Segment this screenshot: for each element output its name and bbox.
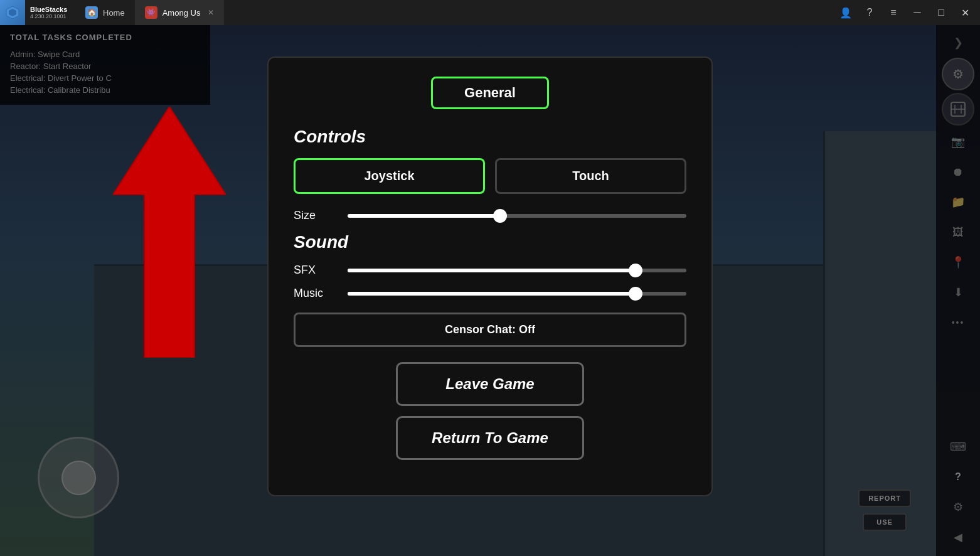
music-slider-thumb[interactable] xyxy=(629,287,642,301)
tab-general[interactable]: General xyxy=(431,77,549,109)
sfx-slider-row: SFX xyxy=(294,264,686,277)
app-name: BlueStacks xyxy=(30,6,70,13)
title-bar: BlueStacks 4.230.20.1001 🏠 Home 👾 Among … xyxy=(0,0,980,25)
home-tab-label: Home xyxy=(103,8,125,18)
size-slider-track[interactable] xyxy=(348,214,686,218)
music-label: Music xyxy=(294,287,338,300)
app-version: 4.230.20.1001 xyxy=(30,13,70,19)
leave-game-button[interactable]: Leave Game xyxy=(396,362,584,406)
sfx-slider-thumb[interactable] xyxy=(629,264,642,277)
tab-close-icon[interactable]: ✕ xyxy=(208,8,214,17)
sfx-label: SFX xyxy=(294,264,338,277)
music-slider-track[interactable] xyxy=(348,292,686,296)
modal-tab-row: General xyxy=(294,77,686,109)
music-slider-fill xyxy=(348,292,636,296)
sound-section-title: Sound xyxy=(294,232,686,252)
close-button[interactable]: ✕ xyxy=(955,3,975,23)
size-slider-row: Size xyxy=(294,209,686,222)
size-label: Size xyxy=(294,209,338,222)
among-us-tab-label: Among Us xyxy=(162,8,201,18)
music-slider-row: Music xyxy=(294,287,686,300)
home-tab-icon: 🏠 xyxy=(85,6,98,19)
size-slider-fill xyxy=(348,214,500,218)
controls-row: Joystick Touch xyxy=(294,158,686,194)
profile-button[interactable]: 👤 xyxy=(836,3,856,23)
help-button[interactable]: ? xyxy=(860,3,880,23)
leave-game-container: Leave Game xyxy=(294,362,686,406)
size-slider-thumb[interactable] xyxy=(493,209,507,223)
sfx-slider-fill xyxy=(348,269,636,272)
return-to-game-button[interactable]: Return To Game xyxy=(396,416,584,460)
bluestacks-logo xyxy=(0,0,25,25)
app-info: BlueStacks 4.230.20.1001 xyxy=(25,6,75,19)
menu-button[interactable]: ≡ xyxy=(883,3,903,23)
game-background: TOTAL TASKS COMPLETED Admin: Swipe Card … xyxy=(0,25,980,556)
settings-modal: General Controls Joystick Touch Size Sou… xyxy=(267,56,713,496)
controls-section-title: Controls xyxy=(294,127,686,147)
touch-button[interactable]: Touch xyxy=(495,158,686,194)
tab-among-us[interactable]: 👾 Among Us ✕ xyxy=(135,0,225,25)
censor-toggle-container: Censor Chat: Off xyxy=(294,313,686,347)
among-us-tab-icon: 👾 xyxy=(145,6,157,19)
title-bar-left: BlueStacks 4.230.20.1001 🏠 Home 👾 Among … xyxy=(0,0,836,25)
joystick-button[interactable]: Joystick xyxy=(294,158,485,194)
tab-home[interactable]: 🏠 Home xyxy=(75,0,135,25)
maximize-button[interactable]: □ xyxy=(931,3,951,23)
minimize-button[interactable]: ─ xyxy=(907,3,927,23)
return-game-container: Return To Game xyxy=(294,416,686,460)
censor-chat-button[interactable]: Censor Chat: Off xyxy=(294,313,686,347)
sfx-slider-track[interactable] xyxy=(348,269,686,272)
title-bar-controls: 👤 ? ≡ ─ □ ✕ xyxy=(836,3,980,23)
